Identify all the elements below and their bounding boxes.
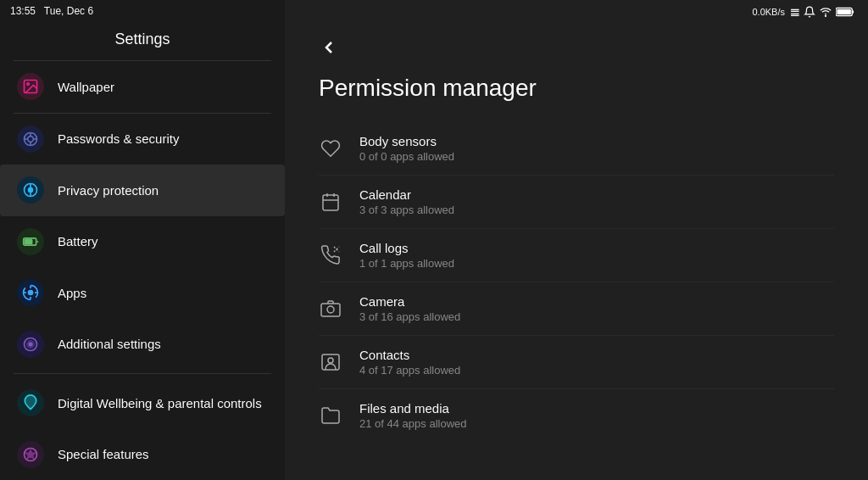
battery-icon [17,228,44,255]
svg-rect-29 [323,195,338,210]
back-button[interactable] [319,34,339,61]
camera-text: Camera 3 of 16 apps allowed [359,294,460,323]
sidebar-divider-3 [14,373,271,374]
sidebar-item-wallpaper[interactable]: Wallpaper [0,61,285,113]
main-content: 0.0KB/s 𝌆 [285,0,868,480]
camera-name: Camera [359,294,460,309]
content-area: Permission manager Body sensors 0 of 0 a… [285,24,868,480]
call-logs-name: Call logs [359,241,454,255]
top-status-bar: 0.0KB/s 𝌆 [285,0,868,24]
sidebar-item-special-label: Special features [58,447,149,461]
call-logs-text: Call logs 1 of 1 apps allowed [359,241,454,270]
call-logs-sub: 1 of 1 apps allowed [359,257,454,270]
digital-wellbeing-icon [17,389,44,416]
sidebar-item-apps[interactable]: Apps [0,267,285,319]
svg-point-36 [327,306,334,313]
sidebar-item-apps-label: Apps [58,286,86,300]
permission-item-calendar[interactable]: Calendar 3 of 3 apps allowed [319,176,834,229]
permission-list: Body sensors 0 of 0 apps allowed Calenda… [319,122,834,442]
contacts-text: Contacts 4 of 17 apps allowed [359,348,460,377]
calendar-icon [319,190,342,214]
sidebar-title: Settings [0,22,285,60]
special-features-icon [17,441,44,468]
svg-rect-28 [837,9,851,14]
sidebar: 13:55 Tue, Dec 6 Settings Wallpaper [0,0,285,480]
svg-rect-27 [852,10,854,14]
svg-point-3 [28,136,34,142]
camera-sub: 3 of 16 apps allowed [359,310,460,323]
permission-item-body-sensors[interactable]: Body sensors 0 of 0 apps allowed [319,122,834,176]
battery-status-icon [836,7,854,17]
calendar-sub: 3 of 3 apps allowed [359,204,454,216]
call-logs-icon [319,243,342,267]
top-status-icons: 𝌆 [790,6,854,19]
contacts-sub: 4 of 17 apps allowed [359,364,460,377]
files-text: Files and media 21 of 44 apps allowed [359,401,466,430]
additional-icon [17,331,44,358]
notifications-icon [804,6,815,18]
status-time: 13:55 Tue, Dec 6 [10,5,93,17]
apps-icon [17,279,44,306]
body-sensors-icon [319,137,342,160]
calendar-text: Calendar 3 of 3 apps allowed [359,187,454,216]
network-speed: 0.0KB/s [752,7,785,17]
wifi-icon [819,6,832,18]
sidebar-item-privacy-label: Privacy protection [58,183,159,198]
permission-item-call-logs[interactable]: Call logs 1 of 1 apps allowed [319,229,834,282]
svg-point-1 [27,83,29,86]
sidebar-item-wallpaper-label: Wallpaper [58,80,114,94]
body-sensors-name: Body sensors [359,134,454,148]
privacy-icon [17,176,44,204]
sidebar-item-passwords[interactable]: Passwords & security [0,114,285,165]
files-icon [319,404,342,427]
bluetooth-icon: 𝌆 [790,6,800,19]
contacts-name: Contacts [359,348,460,362]
svg-rect-37 [322,354,339,370]
svg-point-25 [825,15,826,16]
calendar-name: Calendar [359,187,454,202]
sidebar-item-passwords-label: Passwords & security [58,131,179,146]
sidebar-item-battery[interactable]: Battery [0,216,285,268]
svg-marker-24 [26,450,35,458]
page-title: Permission manager [319,75,834,102]
svg-rect-14 [25,239,31,243]
permission-item-files[interactable]: Files and media 21 of 44 apps allowed [319,389,834,442]
sidebar-item-special[interactable]: Special features [0,429,285,480]
files-name: Files and media [359,401,466,416]
body-sensors-sub: 0 of 0 apps allowed [359,150,454,163]
passwords-icon [17,126,44,153]
sidebar-status-bar: 13:55 Tue, Dec 6 [0,0,285,22]
sidebar-item-battery-label: Battery [58,234,98,248]
contacts-icon [319,350,342,374]
camera-icon [319,297,342,321]
svg-point-15 [29,291,33,295]
svg-point-38 [328,358,333,363]
sidebar-item-digital-label: Digital Wellbeing & parental controls [58,396,262,410]
svg-point-22 [29,343,31,345]
sidebar-item-privacy[interactable]: Privacy protection [0,165,285,216]
sidebar-item-digital-wellbeing[interactable]: Digital Wellbeing & parental controls [0,377,285,429]
wallpaper-icon [17,73,44,100]
permission-item-camera[interactable]: Camera 3 of 16 apps allowed [319,282,834,336]
svg-point-9 [29,188,33,193]
sidebar-item-additional-label: Additional settings [58,337,161,351]
body-sensors-text: Body sensors 0 of 0 apps allowed [359,134,454,163]
permission-item-contacts[interactable]: Contacts 4 of 17 apps allowed [319,336,834,389]
files-sub: 21 of 44 apps allowed [359,417,466,430]
sidebar-item-additional[interactable]: Additional settings [0,319,285,371]
